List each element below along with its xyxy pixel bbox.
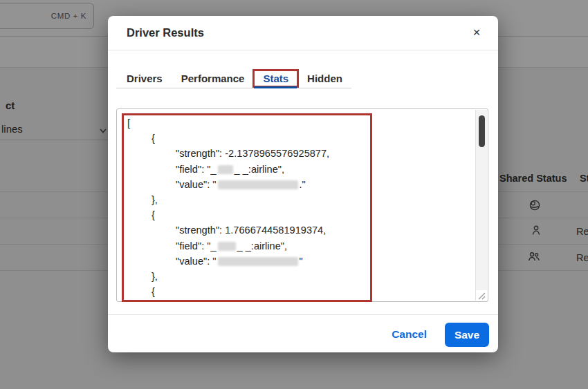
code-line: { <box>117 284 475 299</box>
active-tab-indicator <box>254 86 297 88</box>
tab-hidden[interactable]: Hidden <box>307 73 342 84</box>
code-line: "value": "" <box>117 254 475 269</box>
code-line: "strength": 1.7666744581919374, <box>117 222 475 238</box>
redacted-text <box>218 257 298 266</box>
modal-header: Driver Results × <box>108 16 498 50</box>
scrollbar-thumb[interactable] <box>479 115 485 147</box>
code-line: [ <box>117 115 475 131</box>
code-line: }, <box>117 269 475 284</box>
code-line: "strength": -2.1378965576925877, <box>117 146 475 161</box>
redacted-text <box>218 180 298 189</box>
code-content[interactable]: [{"strength": -2.1378965576925877,"field… <box>117 109 475 301</box>
tab-stats[interactable]: Stats <box>252 69 299 88</box>
code-line: { <box>117 131 475 146</box>
modal-title: Driver Results <box>127 26 204 39</box>
tabs: Drivers Performance Stats Hidden <box>127 68 342 88</box>
save-button[interactable]: Save <box>445 323 489 347</box>
code-line: "value": "." <box>117 177 475 192</box>
driver-results-modal: Driver Results × Drivers Performance Sta… <box>108 16 498 352</box>
redacted-text <box>218 165 233 174</box>
close-icon[interactable]: × <box>468 23 486 41</box>
resize-grip[interactable] <box>476 290 487 301</box>
code-line: "field": "__ _:airline", <box>117 162 475 177</box>
cancel-button[interactable]: Cancel <box>392 328 427 341</box>
redacted-text <box>218 242 236 251</box>
stats-json-textarea[interactable]: [{"strength": -2.1378965576925877,"field… <box>116 108 488 302</box>
code-line: { <box>117 207 475 222</box>
scrollbar-track[interactable] <box>475 110 487 301</box>
tab-drivers[interactable]: Drivers <box>127 73 163 84</box>
code-line: "field": "__ _:airline", <box>117 238 475 254</box>
tab-performance[interactable]: Performance <box>181 73 245 84</box>
tabbar-divider <box>116 88 351 88</box>
modal-footer: Cancel Save <box>108 314 498 352</box>
code-line: }, <box>117 192 475 207</box>
